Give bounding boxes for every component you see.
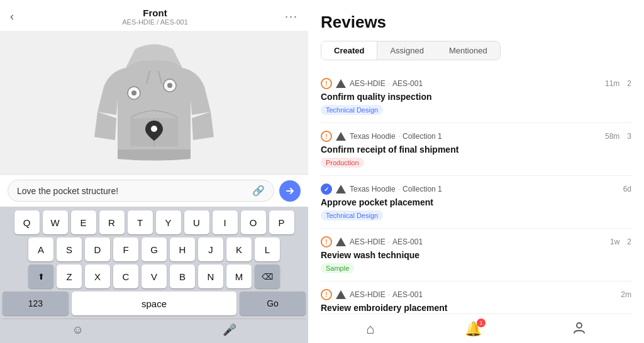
review-title: Approve pocket placement — [321, 197, 631, 207]
review-item[interactable]: ! AES-HDIE·AES-001 2m Review embroidery … — [321, 281, 631, 313]
review-header-left: ! AES-HDIE·AES-001 — [321, 289, 423, 300]
key-l[interactable]: L — [255, 237, 280, 261]
status-icon-orange: ! — [321, 236, 332, 248]
reviews-list: ! AES-HDIE·AES-001 11m 2 Confirm quality… — [321, 70, 631, 313]
key-r[interactable]: R — [99, 210, 125, 234]
review-tag: Technical Design — [321, 105, 383, 115]
review-product-name: Texas Hoodie·Collection 1 — [350, 185, 442, 193]
key-a[interactable]: A — [28, 237, 53, 261]
review-item[interactable]: ! AES-HDIE·AES-001 11m 2 Confirm quality… — [321, 70, 631, 123]
tab-assigned[interactable]: Assigned — [377, 41, 436, 60]
keyboard-row-1: Q W E R T Y U I O P — [3, 210, 306, 234]
review-meta-row: Sample — [321, 263, 631, 273]
nav-user-icon[interactable] — [572, 320, 586, 338]
review-product-name: Texas Hoodie·Collection 1 — [350, 132, 442, 141]
link-icon[interactable]: 🔗 — [252, 185, 265, 197]
product-image — [91, 36, 217, 168]
key-o[interactable]: O — [241, 210, 266, 234]
chat-input-box[interactable]: Love the pocket structure! 🔗 — [8, 180, 274, 202]
key-numbers[interactable]: 123 — [3, 291, 69, 315]
review-item[interactable]: ! Texas Hoodie·Collection 1 58m 3 Confir… — [321, 123, 631, 176]
review-time: 1w — [610, 237, 619, 246]
review-product-name: AES-HDIE·AES-001 — [350, 79, 423, 88]
key-go[interactable]: Go — [240, 291, 306, 315]
review-count: 2 — [627, 237, 631, 246]
more-button[interactable]: ··· — [285, 10, 298, 23]
key-delete[interactable]: ⌫ — [255, 264, 280, 288]
key-u[interactable]: U — [184, 210, 209, 234]
back-button[interactable]: ‹ — [10, 10, 25, 23]
review-header-left: ! AES-HDIE·AES-001 — [321, 78, 423, 89]
key-b[interactable]: B — [170, 264, 195, 288]
review-title: Review wash technique — [321, 250, 631, 260]
review-meta-row: Technical Design — [321, 105, 631, 115]
svg-point-8 — [151, 126, 157, 132]
key-g[interactable]: G — [142, 237, 167, 261]
key-y[interactable]: Y — [156, 210, 181, 234]
svg-point-5 — [131, 90, 136, 95]
send-button[interactable] — [279, 180, 301, 202]
product-icon — [336, 290, 346, 299]
key-d[interactable]: D — [85, 237, 110, 261]
key-t[interactable]: T — [128, 210, 153, 234]
review-time: 58m — [605, 132, 619, 141]
key-m[interactable]: M — [226, 264, 252, 288]
header-title-group: Front AES-HDIE / AES-001 — [122, 8, 188, 26]
keyboard-bottom-bar: ☺ 🎤 — [3, 318, 306, 340]
review-item[interactable]: ✓ Texas Hoodie·Collection 1 6d Approve p… — [321, 176, 631, 229]
review-item[interactable]: ! AES-HDIE·AES-001 1w 2 Review wash tech… — [321, 229, 631, 281]
tab-mentioned[interactable]: Mentioned — [436, 41, 500, 60]
key-c[interactable]: C — [113, 264, 138, 288]
bottom-nav: ⌂ 🔔 1 — [321, 313, 631, 343]
mic-key[interactable]: 🎤 — [223, 323, 236, 337]
review-time: 2m — [621, 290, 631, 299]
review-header-left: ! AES-HDIE·AES-001 — [321, 236, 423, 248]
key-e[interactable]: E — [71, 210, 96, 234]
key-x[interactable]: X — [85, 264, 110, 288]
key-v[interactable]: V — [142, 264, 167, 288]
product-icon — [336, 237, 346, 246]
key-n[interactable]: N — [198, 264, 223, 288]
key-k[interactable]: K — [226, 237, 252, 261]
review-tag: Sample — [321, 263, 354, 273]
reviews-tabs: Created Assigned Mentioned — [321, 41, 501, 60]
key-h[interactable]: H — [170, 237, 195, 261]
key-j[interactable]: J — [198, 237, 223, 261]
key-w[interactable]: W — [43, 210, 68, 234]
review-header: ✓ Texas Hoodie·Collection 1 6d — [321, 183, 631, 195]
reviews-title: Reviews — [321, 13, 631, 32]
status-icon-orange: ! — [321, 289, 332, 300]
key-z[interactable]: Z — [57, 264, 82, 288]
page-subtitle: AES-HDIE / AES-001 — [122, 18, 188, 26]
key-i[interactable]: I — [213, 210, 238, 234]
review-product-name: AES-HDIE·AES-001 — [350, 290, 423, 299]
review-header-left: ! Texas Hoodie·Collection 1 — [321, 131, 442, 142]
left-header: ‹ Front AES-HDIE / AES-001 ··· — [0, 0, 308, 31]
status-icon-orange: ! — [321, 78, 332, 89]
review-count: 3 — [627, 132, 631, 141]
app-logo — [618, 322, 638, 337]
chat-input-text: Love the pocket structure! — [17, 186, 118, 196]
chat-input-area: Love the pocket structure! 🔗 — [0, 174, 308, 207]
review-header: ! AES-HDIE·AES-001 11m 2 — [321, 78, 631, 89]
review-header-left: ✓ Texas Hoodie·Collection 1 — [321, 183, 442, 195]
emoji-key[interactable]: ☺ — [72, 324, 83, 337]
keyboard: Q W E R T Y U I O P A S D F G H J K L ⬆ … — [0, 207, 308, 343]
key-f[interactable]: F — [113, 237, 138, 261]
left-panel: ‹ Front AES-HDIE / AES-001 ··· — [0, 0, 308, 343]
review-time: 11m — [605, 79, 619, 88]
product-image-area — [0, 31, 308, 174]
key-q[interactable]: Q — [14, 210, 40, 234]
key-shift[interactable]: ⬆ — [28, 264, 53, 288]
key-space[interactable]: space — [72, 291, 236, 315]
review-meta-row: Production — [321, 158, 631, 168]
key-s[interactable]: S — [57, 237, 82, 261]
review-title: Review embroidery placement — [321, 303, 631, 313]
review-count: 2 — [627, 79, 631, 88]
key-p[interactable]: P — [269, 210, 294, 234]
tab-created[interactable]: Created — [321, 41, 377, 60]
nav-home-icon[interactable]: ⌂ — [366, 321, 374, 337]
nav-bell-icon[interactable]: 🔔 1 — [465, 321, 482, 337]
status-icon-orange: ! — [321, 131, 332, 142]
keyboard-row-3: ⬆ Z X C V B N M ⌫ — [3, 264, 306, 288]
